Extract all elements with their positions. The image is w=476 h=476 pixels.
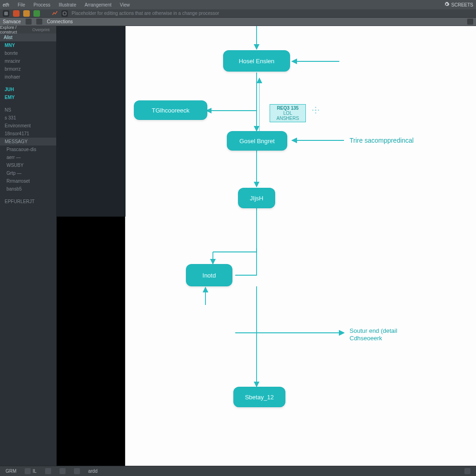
sidebar-item[interactable]: Prascaoue-dis: [0, 145, 56, 153]
diagram-annot-2: Soutur end (detail Cdhseoeerk: [350, 327, 397, 343]
menu-bar: eth File Process Illustrate Arrangement …: [0, 0, 476, 9]
status-item[interactable]: GRM: [4, 469, 18, 474]
note-line1: REQ3 135: [272, 106, 304, 111]
sidebar-item[interactable]: s 331: [0, 114, 56, 122]
status-item[interactable]: [43, 468, 53, 474]
status-right-icon[interactable]: [463, 468, 472, 474]
note-line2: LOL ANSHERS: [272, 111, 304, 121]
flow-node-n3[interactable]: Gosel Bngret: [227, 131, 287, 151]
grid-icon: [60, 468, 66, 474]
toolbar-btn-1[interactable]: [3, 10, 9, 17]
diagram-annot-1: Trire sacomppredincal: [350, 137, 414, 144]
dark-gutter: [57, 26, 126, 217]
flow-node-n4[interactable]: JIjsH: [238, 188, 275, 208]
sidebar-item[interactable]: Rrmarroset: [0, 177, 56, 185]
menu-process[interactable]: Process: [33, 2, 50, 7]
sec-icon-1[interactable]: [26, 19, 32, 25]
sidebar-item[interactable]: MNY: [0, 41, 56, 49]
svg-point-14: [315, 109, 316, 111]
sidebar-item[interactable]: NS: [0, 106, 56, 114]
sidebar-item-selected[interactable]: MESSAGY: [0, 138, 56, 145]
status-bar: GRM IL ardd: [0, 466, 476, 476]
sidebar-tab-overprint[interactable]: Overprint: [26, 26, 56, 33]
svg-rect-1: [63, 12, 66, 14]
window-zoom-icon[interactable]: [33, 10, 40, 17]
app-logo: eth: [3, 2, 9, 7]
menu-view[interactable]: View: [120, 2, 130, 7]
status-icon: [25, 468, 31, 474]
toolbar: Placeholder for editing actions that are…: [0, 9, 476, 18]
sidebar-item[interactable]: EPFURLERJT: [0, 198, 56, 205]
gear-icon[interactable]: [444, 1, 450, 8]
sidebar-item[interactable]: JUH: [0, 86, 56, 93]
sec-left[interactable]: Sanvace: [3, 19, 21, 24]
menu-file[interactable]: File: [18, 2, 25, 7]
diagram-edges: [126, 26, 476, 466]
sidebar-item[interactable]: Environment: [0, 122, 56, 130]
svg-point-16: [318, 110, 319, 111]
svg-point-17: [315, 107, 317, 108]
flow-node-n6[interactable]: Sbetay_12: [233, 387, 285, 407]
status-item[interactable]: [72, 468, 82, 474]
secondary-bar: Sanvace Connections: [0, 18, 476, 26]
window-close-icon[interactable]: [13, 10, 20, 17]
sidebar-item[interactable]: EMY: [0, 93, 56, 101]
menu-right-label: SCREETS: [451, 2, 473, 7]
sec-icon-2[interactable]: [36, 19, 42, 25]
sidebar-item[interactable]: Grtp —: [0, 169, 56, 177]
sidebar-item[interactable]: WSUBY: [0, 161, 56, 169]
annot2-line1: Soutur end (detail: [350, 327, 397, 335]
toolbar-box-icon[interactable]: [61, 10, 68, 17]
diagram-note[interactable]: REQ3 135 LOL ANSHERS: [270, 104, 306, 122]
sidebar-item[interactable]: inohaer: [0, 73, 56, 81]
flow-node-n2[interactable]: TGlhcooreeck: [134, 100, 207, 120]
sidebar-item[interactable]: brmorrz: [0, 65, 56, 73]
side-group-head-0: Alist: [0, 33, 56, 41]
menu-illustrate[interactable]: Illustrate: [59, 2, 76, 7]
flow-node-n5[interactable]: Inotd: [186, 264, 232, 286]
toolbar-hint: Placeholder for editing actions that are…: [72, 11, 219, 16]
svg-point-18: [315, 112, 317, 114]
layers-icon: [464, 468, 470, 474]
sidebar-item[interactable]: aerr —: [0, 153, 56, 161]
sidebar-item[interactable]: bonrte: [0, 49, 56, 57]
menu-arrangement[interactable]: Arrangement: [85, 2, 112, 7]
sidebar: Explore / construct Overprint Alist MNY …: [0, 26, 57, 466]
play-icon: [74, 468, 80, 474]
status-item[interactable]: IL: [23, 468, 38, 474]
status-item[interactable]: [58, 468, 67, 474]
svg-rect-0: [4, 12, 8, 15]
crosshair-icon: [311, 106, 320, 114]
save-icon: [45, 468, 51, 474]
status-item[interactable]: ardd: [86, 469, 99, 474]
window-minimize-icon[interactable]: [23, 10, 30, 17]
sec-mid[interactable]: Connections: [47, 19, 73, 24]
flow-node-n1[interactable]: Hosel Enslen: [223, 50, 290, 72]
canvas[interactable]: Hosel Enslen TGlhcooreeck Gosel Bngret J…: [57, 26, 476, 466]
sidebar-item[interactable]: bansb5: [0, 185, 56, 193]
svg-point-15: [312, 110, 314, 111]
workspace: Explore / construct Overprint Alist MNY …: [0, 26, 476, 466]
annot2-line2: Cdhseoeerk: [350, 335, 397, 342]
sidebar-tab-explore[interactable]: Explore / construct: [0, 26, 26, 33]
toolbar-chart-icon[interactable]: [52, 11, 58, 16]
sidebar-item[interactable]: mracinr: [0, 57, 56, 65]
sidebar-item[interactable]: 18nsor4171: [0, 130, 56, 138]
sec-panel-toggle-icon[interactable]: [467, 19, 473, 25]
